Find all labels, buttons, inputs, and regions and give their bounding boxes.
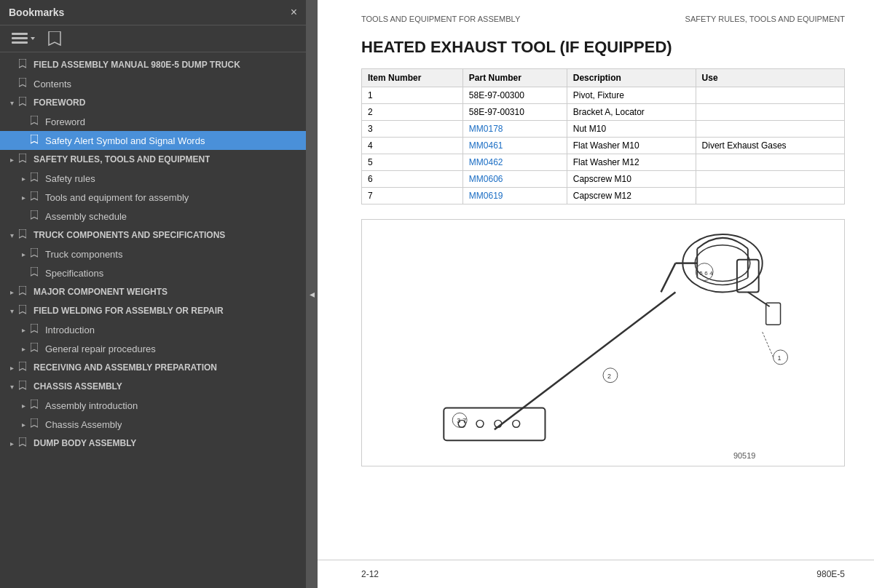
- sidebar-item-truck-components-group[interactable]: TRUCK COMPONENTS AND SPECIFICATIONS: [0, 226, 306, 245]
- footer-page: 2-12: [361, 569, 379, 579]
- bookmark-icon-truck-components: [31, 248, 41, 260]
- cell-desc-4: Flat Washer M12: [567, 154, 696, 171]
- part-link-4[interactable]: MM0462: [469, 157, 503, 167]
- svg-marker-3: [31, 37, 35, 40]
- sidebar-item-general-repair[interactable]: General repair procedures: [0, 339, 306, 358]
- cell-desc-0: Pivot, Fixture: [567, 87, 696, 104]
- item-label-receiving-prep: RECEIVING AND ASSEMBLY PREPARATION: [34, 362, 217, 373]
- cell-part-1: 58E-97-00310: [462, 104, 567, 121]
- sidebar-item-safety-rules-group[interactable]: SAFETY RULES, TOOLS AND EQUIPMENT: [0, 150, 306, 169]
- sidebar-item-safety-alert[interactable]: Safety Alert Symbol and Signal Words: [0, 131, 306, 150]
- expand-btn-tools-equipment[interactable]: [17, 191, 29, 203]
- sidebar-item-foreword[interactable]: Foreword: [0, 112, 306, 131]
- bookmark-icon-foreword-group: [19, 97, 29, 108]
- expand-btn-field-welding-group[interactable]: [6, 305, 17, 317]
- exhaust-tool-diagram: 3 7: [362, 220, 844, 466]
- item-label-safety-alert: Safety Alert Symbol and Signal Words: [45, 135, 205, 146]
- bookmark-icon-dump-body-assembly: [19, 437, 29, 449]
- cell-desc-2: Nut M10: [567, 121, 696, 138]
- sidebar-item-foreword-group[interactable]: FOREWORD: [0, 93, 306, 112]
- bookmark-icon-button[interactable]: [45, 30, 64, 47]
- sidebar-item-assembly-introduction[interactable]: Assembly introduction: [0, 396, 306, 415]
- table-row: 7MM0619Capscrew M12: [362, 188, 845, 204]
- expand-btn-foreword-group[interactable]: [6, 97, 17, 108]
- bookmark-icon: [48, 31, 61, 46]
- sidebar-item-introduction[interactable]: Introduction: [0, 320, 306, 339]
- doc-footer: 2-12 980E-5: [318, 560, 874, 588]
- item-label-field-assembly: FIELD ASSEMBLY MANUAL 980E-5 DUMP TRUCK: [34, 60, 240, 70]
- list-view-button[interactable]: [9, 31, 39, 47]
- sidebar-item-field-assembly[interactable]: FIELD ASSEMBLY MANUAL 980E-5 DUMP TRUCK: [0, 55, 306, 74]
- expand-btn-chassis-assembly[interactable]: [17, 418, 29, 430]
- doc-content: TOOLS AND EQUIPMENT FOR ASSEMBLY SAFETY …: [318, 0, 874, 560]
- svg-rect-0: [12, 33, 28, 35]
- sidebar-item-field-welding-group[interactable]: FIELD WELDING FOR ASSEMBLY OR REPAIR: [0, 301, 306, 320]
- table-row: 5MM0462Flat Washer M12: [362, 154, 845, 171]
- expand-btn-safety-rules-group[interactable]: [6, 154, 17, 165]
- expand-btn-truck-components-group[interactable]: [6, 229, 17, 241]
- sidebar-list: FIELD ASSEMBLY MANUAL 980E-5 DUMP TRUCKC…: [0, 52, 306, 588]
- sidebar-item-specifications[interactable]: Specifications: [0, 263, 306, 282]
- svg-line-13: [661, 263, 676, 293]
- svg-text:90519: 90519: [733, 451, 755, 460]
- table-row: 6MM0606Capscrew M10: [362, 171, 845, 188]
- sidebar-item-assembly-schedule[interactable]: Assembly schedule: [0, 207, 306, 226]
- col-use: Use: [696, 69, 844, 87]
- table-row: 258E-97-00310Bracket A, Locator: [362, 104, 845, 121]
- parts-table: Item Number Part Number Description Use …: [361, 68, 845, 204]
- cell-use-5: [696, 171, 844, 188]
- svg-text:4: 4: [709, 270, 713, 277]
- diagram-area: 3 7: [361, 219, 845, 466]
- bookmark-icon-safety-rules-group: [19, 154, 29, 165]
- expand-btn-truck-components[interactable]: [17, 248, 29, 260]
- bookmark-icon-safety-alert: [31, 135, 41, 146]
- bookmark-icon-major-component-weights: [19, 286, 29, 298]
- cell-part-4[interactable]: MM0462: [462, 154, 567, 171]
- sidebar-item-truck-components[interactable]: Truck components: [0, 245, 306, 263]
- expand-btn-receiving-prep[interactable]: [6, 362, 17, 373]
- cell-use-4: [696, 154, 844, 171]
- expand-btn-dump-body-assembly[interactable]: [6, 437, 17, 449]
- cell-part-5[interactable]: MM0606: [462, 171, 567, 188]
- expand-btn-general-repair[interactable]: [17, 343, 29, 354]
- expand-btn-safety-rules[interactable]: [17, 172, 29, 184]
- cell-part-2[interactable]: MM0178: [462, 121, 567, 138]
- item-label-chassis-assembly-group: CHASSIS ASSEMBLY: [34, 381, 122, 392]
- expand-btn-chassis-assembly-group[interactable]: [6, 381, 17, 392]
- sidebar-item-chassis-assembly-group[interactable]: CHASSIS ASSEMBLY: [0, 377, 306, 396]
- footer-model: 980E-5: [816, 569, 845, 579]
- svg-rect-2: [12, 41, 28, 44]
- sidebar-item-receiving-prep[interactable]: RECEIVING AND ASSEMBLY PREPARATION: [0, 358, 306, 377]
- sidebar-item-major-component-weights[interactable]: MAJOR COMPONENT WEIGHTS: [0, 282, 306, 301]
- expand-btn-assembly-introduction[interactable]: [17, 400, 29, 411]
- part-link-2[interactable]: MM0178: [469, 124, 503, 134]
- sidebar-item-contents[interactable]: Contents: [0, 74, 306, 93]
- svg-text:7: 7: [462, 417, 466, 424]
- part-link-6[interactable]: MM0619: [469, 191, 503, 201]
- sidebar-toolbar: [0, 25, 306, 52]
- part-link-3[interactable]: MM0461: [469, 140, 503, 151]
- sidebar-item-chassis-assembly[interactable]: Chassis Assembly: [0, 415, 306, 434]
- svg-text:3: 3: [457, 417, 460, 424]
- sidebar-item-safety-rules[interactable]: Safety rules: [0, 169, 306, 188]
- cell-part-6[interactable]: MM0619: [462, 188, 567, 204]
- cell-item-4: 5: [362, 154, 463, 171]
- bookmark-icon-truck-components-group: [19, 229, 29, 241]
- expand-btn-introduction[interactable]: [17, 324, 29, 335]
- item-label-assembly-schedule: Assembly schedule: [45, 211, 127, 222]
- close-button[interactable]: ×: [291, 6, 297, 19]
- item-label-truck-components-group: TRUCK COMPONENTS AND SPECIFICATIONS: [34, 230, 225, 240]
- cell-part-0: 58E-97-00300: [462, 87, 567, 104]
- sidebar-item-dump-body-assembly[interactable]: DUMP BODY ASSEMBLY: [0, 434, 306, 453]
- item-label-introduction: Introduction: [45, 325, 95, 335]
- collapse-arrow: ◂: [310, 288, 315, 300]
- part-link-5[interactable]: MM0606: [469, 174, 503, 184]
- bookmark-icon-safety-rules: [31, 172, 41, 184]
- cell-part-3[interactable]: MM0461: [462, 138, 567, 154]
- bookmark-icon-tools-equipment: [31, 191, 41, 203]
- header-right: SAFETY RULES, TOOLS AND EQUIPMENT: [685, 15, 845, 23]
- cell-item-1: 2: [362, 104, 463, 121]
- expand-btn-major-component-weights[interactable]: [6, 286, 17, 298]
- collapse-handle[interactable]: ◂: [306, 0, 318, 588]
- sidebar-item-tools-equipment[interactable]: Tools and equipment for assembly: [0, 188, 306, 207]
